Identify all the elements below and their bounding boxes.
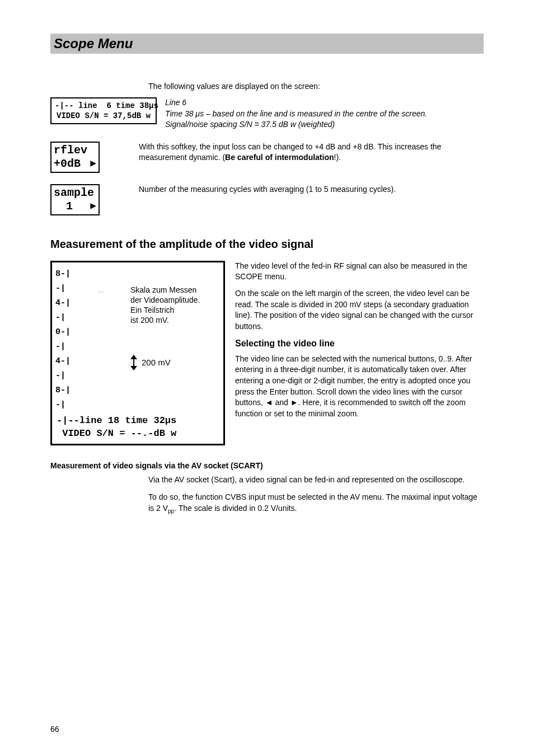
- arrow-left-icon: [74, 292, 128, 293]
- scale-tick: -|: [55, 398, 71, 412]
- scale-tick: -|: [55, 369, 71, 383]
- updown-arrow-icon: [130, 355, 137, 370]
- scart-p1: Via the AV socket (Scart), a video signa…: [148, 475, 484, 486]
- scale-tick: 4-|: [55, 354, 71, 369]
- scart-p2: To do so, the function CVBS input must b…: [148, 492, 484, 515]
- scope-mv-label: 200 mV: [130, 355, 171, 370]
- scale-tick: -|: [55, 340, 71, 354]
- amplitude-p2: On the scale on the left margin of the s…: [235, 288, 484, 332]
- amplitude-p3: The video line can be selected with the …: [235, 354, 484, 420]
- caption-line3: Signal/noise spacing S/N = 37.5 dB w (we…: [165, 119, 484, 130]
- softkey-rflev-label: rflev: [54, 144, 96, 157]
- scale-tick: 8-|: [55, 267, 71, 281]
- section-heading-amplitude: Measurement of the amplitude of the vide…: [50, 238, 484, 251]
- triangle-right-icon: ▶: [90, 200, 96, 213]
- caption-line2: Time 38 μs – based on the line and is me…: [165, 109, 484, 120]
- intro-text: The following values are displayed on th…: [148, 82, 484, 91]
- scope-annotation: Skala zum Messen der Videoamplitude. Ein…: [130, 285, 200, 326]
- scope-scale: 8-| -| 4-| -| 0-| -| 4-| -| 8-| -|: [55, 267, 71, 412]
- sample-description: Number of the measuring cycles with aver…: [139, 184, 484, 195]
- svg-marker-1: [99, 292, 99, 292]
- caption-line1: Line 6: [165, 97, 484, 109]
- oscilloscope-diagram: 8-| -| 4-| -| 0-| -| 4-| -| 8-| -| Skala…: [50, 261, 225, 445]
- triangle-right-icon: ▶: [90, 158, 96, 170]
- svg-marker-4: [130, 366, 137, 370]
- section-heading-scart: Measurement of video signals via the AV …: [50, 461, 484, 470]
- softkey-sample[interactable]: sample 1 ▶: [50, 184, 100, 215]
- page-title: Scope Menu: [54, 36, 480, 51]
- amplitude-text: The video level of the fed-in RF signal …: [235, 261, 484, 425]
- softkey-sample-label: sample: [54, 186, 96, 200]
- rflev-description: With this softkey, the input loss can be…: [139, 142, 484, 163]
- amplitude-p1: The video level of the fed-in RF signal …: [235, 261, 484, 283]
- display-values-box: -|-- line 6 time 38μs VIDEO S/N = 37,5dB…: [50, 97, 157, 124]
- page-title-bar: Scope Menu: [50, 34, 484, 54]
- scale-tick: 8-|: [55, 383, 71, 398]
- display-caption: Line 6 Time 38 μs – based on the line an…: [165, 97, 484, 130]
- scale-tick: 0-|: [55, 325, 71, 340]
- softkey-rflev[interactable]: rflev +0dB ▶: [50, 142, 100, 173]
- scope-bottom-readout: -|--line 18 time 32μs VIDEO S/N = --.-dB…: [57, 415, 176, 440]
- scale-tick: -|: [55, 311, 71, 325]
- page-number: 66: [50, 725, 59, 734]
- scale-tick: -|: [55, 281, 71, 296]
- subheading-video-line: Selecting the video line: [235, 337, 484, 350]
- scale-tick: 4-|: [55, 296, 71, 311]
